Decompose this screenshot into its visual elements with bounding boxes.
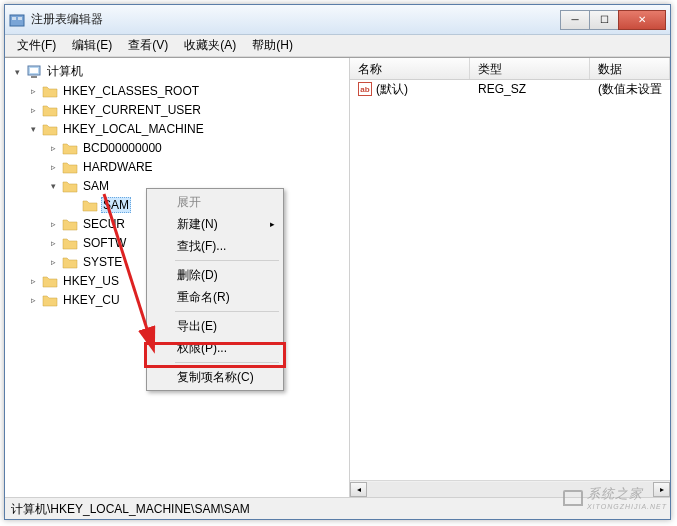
expander-icon[interactable]: ▹	[47, 237, 59, 249]
expander-icon[interactable]: ▹	[47, 218, 59, 230]
menu-help[interactable]: 帮助(H)	[244, 35, 301, 56]
ctx-export[interactable]: 导出(E)	[149, 315, 281, 337]
submenu-arrow-icon: ▸	[270, 219, 275, 229]
status-path: 计算机\HKEY_LOCAL_MACHINE\SAM\SAM	[11, 502, 250, 516]
svg-rect-0	[10, 15, 24, 26]
watermark: 系统之家 XITONGZHIJIA.NET	[563, 485, 667, 510]
expander-icon[interactable]: ▾	[27, 123, 39, 135]
string-value-icon: ab	[358, 82, 372, 96]
expander-icon[interactable]: ▹	[27, 85, 39, 97]
folder-icon	[82, 198, 98, 212]
tree-hkcr[interactable]: HKEY_CLASSES_ROOT	[61, 83, 201, 99]
watermark-text: 系统之家	[587, 485, 667, 503]
registry-editor-window: 注册表编辑器 ─ ☐ ✕ 文件(F) 编辑(E) 查看(V) 收藏夹(A) 帮助…	[4, 4, 671, 520]
tree-system[interactable]: SYSTE	[81, 254, 124, 270]
tree-bcd[interactable]: BCD00000000	[81, 140, 164, 156]
col-name[interactable]: 名称	[350, 58, 470, 79]
window-title: 注册表编辑器	[31, 11, 560, 28]
folder-icon	[62, 255, 78, 269]
expander-icon[interactable]: ▹	[27, 294, 39, 306]
content-area: ▾ 计算机 ▹ HKEY_CLASSES_ROOT ▹ HKEY_CURRENT…	[5, 57, 670, 497]
minimize-button[interactable]: ─	[560, 10, 590, 30]
tree-security[interactable]: SECUR	[81, 216, 127, 232]
list-row[interactable]: ab (默认) REG_SZ (数值未设置	[350, 80, 670, 98]
folder-icon	[42, 84, 58, 98]
tree-root[interactable]: 计算机	[45, 62, 85, 81]
folder-icon	[62, 179, 78, 193]
menu-edit[interactable]: 编辑(E)	[64, 35, 120, 56]
ctx-permissions[interactable]: 权限(P)...	[149, 337, 281, 359]
expander-icon[interactable]: ▹	[47, 142, 59, 154]
app-icon	[9, 12, 25, 28]
menubar: 文件(F) 编辑(E) 查看(V) 收藏夹(A) 帮助(H)	[5, 35, 670, 57]
svg-rect-4	[30, 68, 38, 73]
folder-icon	[62, 236, 78, 250]
value-name: (默认)	[376, 81, 408, 98]
expander-icon[interactable]	[67, 199, 79, 211]
folder-icon	[42, 103, 58, 117]
ctx-new[interactable]: 新建(N)▸	[149, 213, 281, 235]
computer-icon	[26, 64, 42, 80]
menu-separator	[175, 311, 279, 312]
svg-rect-5	[31, 76, 37, 78]
value-data: (数值未设置	[590, 80, 670, 99]
menu-file[interactable]: 文件(F)	[9, 35, 64, 56]
menu-separator	[175, 362, 279, 363]
folder-icon	[42, 293, 58, 307]
context-menu: 展开 新建(N)▸ 查找(F)... 删除(D) 重命名(R) 导出(E) 权限…	[146, 188, 284, 391]
tree-hardware[interactable]: HARDWARE	[81, 159, 155, 175]
tree-sam[interactable]: SAM	[81, 178, 111, 194]
list-pane: 名称 类型 数据 ab (默认) REG_SZ (数值未设置 ◂ ▸	[350, 58, 670, 497]
value-type: REG_SZ	[470, 81, 590, 97]
ctx-copy-key-name[interactable]: 复制项名称(C)	[149, 366, 281, 388]
col-data[interactable]: 数据	[590, 58, 670, 79]
ctx-delete[interactable]: 删除(D)	[149, 264, 281, 286]
expander-icon[interactable]: ▹	[47, 256, 59, 268]
close-button[interactable]: ✕	[618, 10, 666, 30]
folder-icon	[62, 141, 78, 155]
expander-icon[interactable]: ▾	[11, 66, 23, 78]
watermark-sub: XITONGZHIJIA.NET	[587, 503, 667, 510]
ctx-expand: 展开	[149, 191, 281, 213]
scroll-left-arrow[interactable]: ◂	[350, 482, 367, 497]
svg-rect-1	[12, 17, 16, 20]
tree-hkcu[interactable]: HKEY_CURRENT_USER	[61, 102, 203, 118]
list-header: 名称 类型 数据	[350, 58, 670, 80]
folder-icon	[42, 274, 58, 288]
tree-hku[interactable]: HKEY_US	[61, 273, 121, 289]
list-body[interactable]: ab (默认) REG_SZ (数值未设置	[350, 80, 670, 480]
expander-icon[interactable]: ▹	[47, 161, 59, 173]
col-type[interactable]: 类型	[470, 58, 590, 79]
titlebar: 注册表编辑器 ─ ☐ ✕	[5, 5, 670, 35]
folder-icon	[62, 160, 78, 174]
tree-sam-sub[interactable]: SAM	[101, 197, 131, 213]
ctx-find[interactable]: 查找(F)...	[149, 235, 281, 257]
tree-hkcc[interactable]: HKEY_CU	[61, 292, 122, 308]
folder-icon	[62, 217, 78, 231]
menu-separator	[175, 260, 279, 261]
maximize-button[interactable]: ☐	[589, 10, 619, 30]
tree-software[interactable]: SOFTW	[81, 235, 128, 251]
folder-icon	[42, 122, 58, 136]
svg-rect-2	[18, 17, 22, 20]
menu-view[interactable]: 查看(V)	[120, 35, 176, 56]
watermark-icon	[563, 490, 583, 506]
menu-favorites[interactable]: 收藏夹(A)	[176, 35, 244, 56]
expander-icon[interactable]: ▹	[27, 104, 39, 116]
expander-icon[interactable]: ▹	[27, 275, 39, 287]
expander-icon[interactable]: ▾	[47, 180, 59, 192]
ctx-rename[interactable]: 重命名(R)	[149, 286, 281, 308]
tree-hklm[interactable]: HKEY_LOCAL_MACHINE	[61, 121, 206, 137]
